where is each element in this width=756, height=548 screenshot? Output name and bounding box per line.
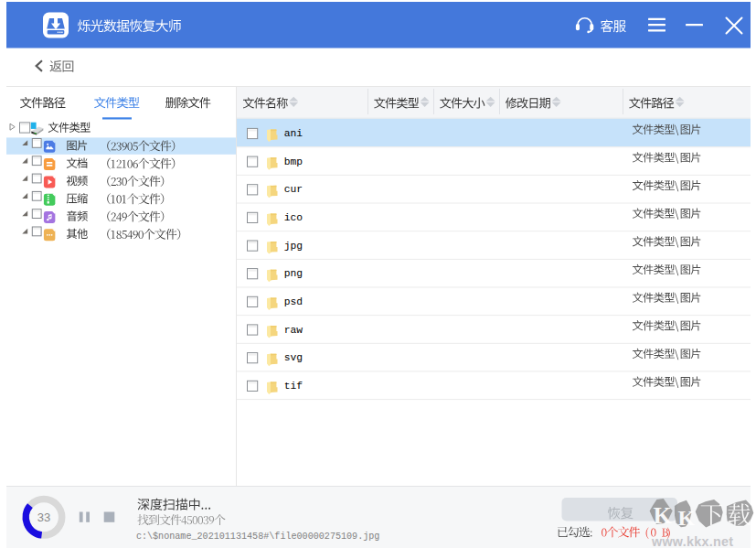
svg-text:png: png: [284, 268, 303, 279]
svg-text:c:\$noname_202101131458#\file0: c:\$noname_202101131458#\file00000275109…: [136, 532, 380, 542]
svg-text:svg: svg: [284, 352, 303, 363]
svg-text:www.kkx.net: www.kkx.net: [651, 534, 733, 548]
svg-text:cur: cur: [284, 184, 303, 195]
svg-text:K: K: [678, 506, 696, 530]
svg-text:raw: raw: [284, 325, 303, 336]
svg-text:jpg: jpg: [284, 241, 303, 252]
svg-text:ico: ico: [284, 212, 303, 223]
svg-text:bmp: bmp: [284, 156, 303, 167]
svg-text:33: 33: [37, 510, 50, 524]
svg-text:psd: psd: [284, 296, 303, 307]
svg-text:K: K: [654, 502, 673, 529]
svg-text:tif: tif: [284, 381, 303, 392]
svg-text:ani: ani: [284, 128, 303, 139]
